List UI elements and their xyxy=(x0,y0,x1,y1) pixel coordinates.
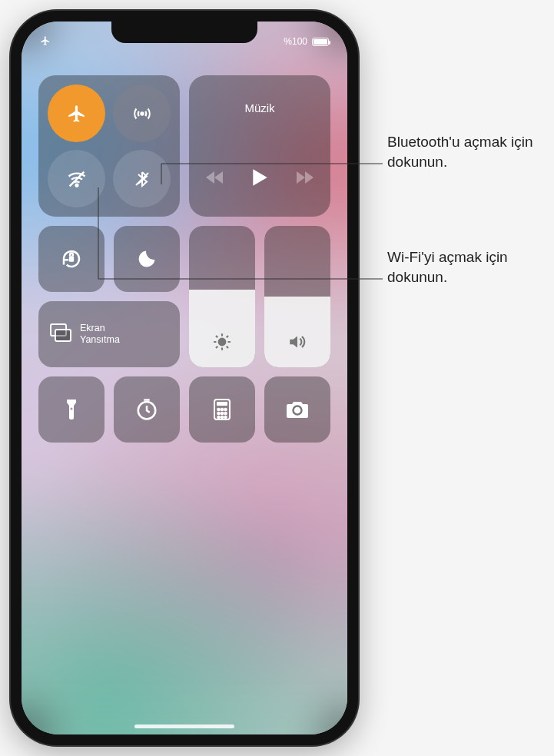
svg-point-5 xyxy=(219,339,226,346)
volume-slider[interactable] xyxy=(264,226,330,367)
brightness-slider[interactable] xyxy=(189,226,255,367)
callout-bluetooth: Bluetooth'u açmak için dokunun. xyxy=(387,132,541,171)
calculator-button[interactable] xyxy=(189,376,255,443)
screen-mirroring-button[interactable]: Ekran Yansıtma xyxy=(38,301,180,367)
control-center: Müzik xyxy=(22,68,347,450)
notch xyxy=(111,22,257,43)
svg-point-12 xyxy=(217,409,220,411)
svg-point-16 xyxy=(221,413,224,415)
svg-point-8 xyxy=(71,408,73,410)
timer-button[interactable] xyxy=(114,376,180,443)
svg-point-0 xyxy=(141,112,143,114)
cellular-data-button[interactable] xyxy=(113,85,171,142)
callout-wifi: Wi-Fi'yi açmak için dokunun. xyxy=(387,247,541,287)
svg-rect-11 xyxy=(217,402,227,406)
bluetooth-button[interactable] xyxy=(113,150,171,207)
forward-button[interactable] xyxy=(295,170,313,185)
screen-mirror-line1: Ekran xyxy=(80,323,120,334)
airplane-status-icon xyxy=(40,35,51,48)
svg-point-17 xyxy=(224,413,227,415)
rewind-button[interactable] xyxy=(206,170,224,185)
svg-point-13 xyxy=(221,409,224,411)
play-button[interactable] xyxy=(250,167,269,187)
battery-text: %100 xyxy=(284,36,307,47)
music-tile[interactable]: Müzik xyxy=(189,75,330,217)
flashlight-button[interactable] xyxy=(38,376,104,443)
airplane-mode-button[interactable] xyxy=(48,85,105,142)
camera-button[interactable] xyxy=(264,376,330,443)
rotation-lock-button[interactable] xyxy=(38,226,104,292)
music-title: Müzik xyxy=(244,101,274,114)
do-not-disturb-button[interactable] xyxy=(114,226,180,292)
connectivity-tile[interactable] xyxy=(38,75,180,217)
svg-point-15 xyxy=(217,413,220,415)
brightness-fill xyxy=(189,290,255,367)
volume-icon xyxy=(287,332,308,355)
svg-point-14 xyxy=(224,409,227,411)
svg-point-19 xyxy=(221,416,224,419)
screen-mirror-line2: Yansıtma xyxy=(80,334,120,346)
battery-icon xyxy=(312,38,329,46)
svg-point-20 xyxy=(224,416,227,419)
svg-rect-7 xyxy=(55,330,71,341)
svg-rect-4 xyxy=(69,256,74,262)
svg-point-18 xyxy=(217,416,220,419)
svg-point-1 xyxy=(75,184,78,186)
wifi-button[interactable] xyxy=(48,150,105,207)
home-indicator[interactable] xyxy=(134,724,234,728)
phone-frame: %100 xyxy=(11,11,358,745)
screen: %100 xyxy=(22,22,347,734)
screen-mirroring-icon xyxy=(49,323,72,346)
brightness-icon xyxy=(212,332,232,355)
